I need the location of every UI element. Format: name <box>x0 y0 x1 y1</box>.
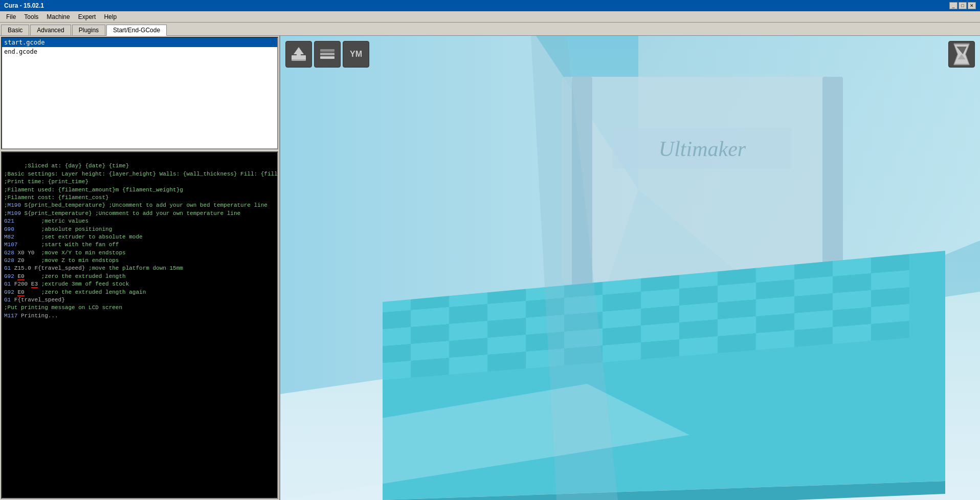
svg-rect-120 <box>411 358 449 378</box>
svg-rect-4 <box>320 53 335 55</box>
svg-rect-79 <box>449 304 487 324</box>
title-bar: Cura - 15.02.1 _ □ ✕ <box>0 0 980 11</box>
file-list[interactable]: start.gcode end.gcode <box>1 37 278 149</box>
svg-rect-113 <box>411 341 449 361</box>
svg-rect-97 <box>794 293 833 313</box>
svg-rect-128 <box>449 355 487 375</box>
svg-rect-102 <box>603 309 641 329</box>
svg-rect-83 <box>756 279 794 299</box>
file-item-end[interactable]: end.gcode <box>2 47 277 56</box>
minimize-button[interactable]: _ <box>949 2 957 9</box>
svg-rect-133 <box>833 324 871 344</box>
ym-label: YM <box>350 50 362 59</box>
svg-rect-86 <box>487 301 526 321</box>
menu-file[interactable]: File <box>2 12 20 21</box>
svg-rect-125 <box>794 327 833 347</box>
svg-rect-88 <box>641 289 679 309</box>
svg-rect-123 <box>641 339 679 359</box>
svg-rect-118 <box>794 310 833 330</box>
svg-rect-111 <box>756 313 794 333</box>
svg-rect-131 <box>679 336 718 356</box>
load-button[interactable] <box>285 41 312 68</box>
svg-rect-107 <box>449 338 487 358</box>
menu-expert[interactable]: Expert <box>74 12 100 21</box>
svg-rect-119 <box>871 304 909 324</box>
gcode-content: ;Sliced at: {day} {date} {time} ;Basic s… <box>4 163 278 318</box>
svg-rect-82 <box>679 286 718 306</box>
svg-rect-126 <box>871 321 909 341</box>
svg-rect-93 <box>487 318 526 338</box>
svg-rect-90 <box>794 276 833 296</box>
gcode-editor[interactable]: ;Sliced at: {day} {date} {time} ;Basic s… <box>1 151 278 499</box>
menu-bar: File Tools Machine Expert Help <box>0 11 980 23</box>
svg-rect-116 <box>641 322 679 342</box>
svg-rect-110 <box>679 319 718 339</box>
svg-rect-95 <box>641 306 679 325</box>
svg-rect-89 <box>718 282 756 302</box>
svg-rect-96 <box>718 299 756 319</box>
app-title: Cura - 15.02.1 <box>4 2 44 9</box>
menu-help[interactable]: Help <box>100 12 121 21</box>
svg-rect-84 <box>833 273 871 293</box>
tab-start-end-gcode[interactable]: Start/End-GCode <box>106 25 167 36</box>
svg-rect-130 <box>603 342 641 362</box>
layers-button[interactable] <box>314 41 341 68</box>
tab-basic[interactable]: Basic <box>1 25 29 35</box>
svg-rect-5 <box>320 56 335 59</box>
svg-rect-114 <box>487 335 526 355</box>
svg-rect-85 <box>411 307 449 327</box>
3d-view-panel: YM <box>280 36 980 500</box>
menu-machine[interactable]: Machine <box>42 12 74 21</box>
svg-rect-3 <box>320 49 335 52</box>
hourglass-icon <box>949 41 974 67</box>
svg-rect-100 <box>449 321 487 341</box>
svg-rect-92 <box>411 324 449 344</box>
top-right-button[interactable] <box>948 41 975 68</box>
load-icon <box>289 45 308 63</box>
svg-rect-117 <box>718 316 756 336</box>
svg-rect-103 <box>679 302 718 322</box>
svg-rect-124 <box>718 333 756 353</box>
svg-rect-105 <box>833 290 871 310</box>
svg-marker-1 <box>294 47 304 56</box>
main-layout: start.gcode end.gcode ;Sliced at: {day} … <box>0 36 980 500</box>
window-controls: _ □ ✕ <box>949 2 976 9</box>
printer-scene: Ultimaker <box>280 36 980 500</box>
close-button[interactable]: ✕ <box>968 2 976 9</box>
svg-rect-112 <box>833 307 871 327</box>
toolbar: YM <box>285 41 369 68</box>
tab-plugins[interactable]: Plugins <box>72 25 105 35</box>
file-item-start[interactable]: start.gcode <box>2 38 277 47</box>
svg-rect-81 <box>603 292 641 312</box>
ym-button[interactable]: YM <box>343 41 369 68</box>
svg-rect-91 <box>871 270 909 290</box>
tab-bar: Basic Advanced Plugins Start/End-GCode <box>0 23 980 36</box>
svg-rect-109 <box>603 325 641 345</box>
svg-rect-15 <box>562 77 843 281</box>
left-panel: start.gcode end.gcode ;Sliced at: {day} … <box>0 36 280 500</box>
svg-rect-121 <box>487 352 526 372</box>
menu-tools[interactable]: Tools <box>20 12 42 21</box>
maximize-button[interactable]: □ <box>959 2 967 9</box>
tab-advanced[interactable]: Advanced <box>30 25 71 35</box>
svg-rect-98 <box>871 287 909 307</box>
svg-rect-132 <box>756 330 794 350</box>
svg-rect-2 <box>292 59 306 61</box>
svg-text:Ultimaker: Ultimaker <box>659 137 746 161</box>
layers-icon <box>318 45 337 63</box>
svg-rect-104 <box>756 296 794 316</box>
